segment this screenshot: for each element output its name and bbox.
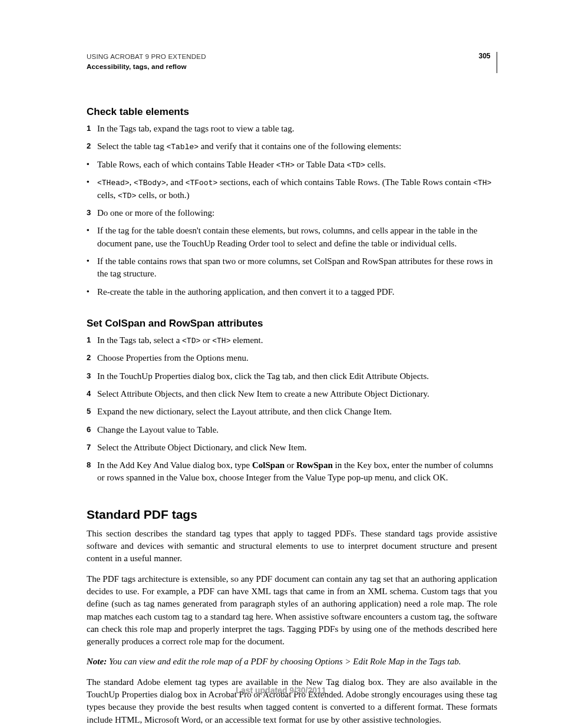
list-item: 1 In the Tags tab, select a <TD> or <TH>… (87, 334, 497, 347)
list-body: Expand the new dictionary, select the La… (97, 406, 497, 418)
list-item: 2 Select the table tag <Table> and verif… (87, 140, 497, 153)
list-item: • Table Rows, each of which contains Tab… (87, 159, 497, 171)
paragraph: The PDF tags architecture is extensible,… (87, 573, 497, 648)
list-item: 4 Select Attribute Objects, and then cli… (87, 388, 497, 400)
paragraph: This section describes the standard tag … (87, 528, 497, 565)
list-item: 7 Select the Attribute Object Dictionary… (87, 442, 497, 454)
doc-title: USING ACROBAT 9 PRO EXTENDED (87, 52, 206, 62)
list-bullet: • (87, 255, 97, 281)
code-tag: <TD> (347, 161, 365, 170)
bold-text: ColSpan (252, 460, 285, 470)
list-body: Select Attribute Objects, and then click… (97, 388, 497, 400)
list-number: 1 (87, 334, 97, 347)
list-bullet: • (87, 225, 97, 250)
list-body: Choose Properties from the Options menu. (97, 352, 497, 364)
page-number-rule (497, 52, 498, 73)
list-body: Select the Attribute Object Dictionary, … (97, 442, 497, 454)
list-item: 3 Do one or more of the following: (87, 207, 497, 219)
list-number: 8 (87, 459, 97, 485)
list-body: In the Tags tab, expand the tags root to… (97, 123, 497, 135)
paragraph: The standard Adobe element tag types are… (87, 676, 497, 726)
note-body: You can view and edit the role map of a … (107, 657, 461, 666)
list-body: Select the table tag <Table> and verify … (97, 140, 497, 153)
list-number: 1 (87, 123, 97, 135)
list-body: Change the Layout value to Table. (97, 424, 497, 436)
list-item: 8 In the Add Key And Value dialog box, t… (87, 459, 497, 485)
list-number: 6 (87, 424, 97, 436)
code-tag: <Table> (166, 143, 199, 151)
code-tag: <TH> (276, 161, 295, 170)
code-tag: <TBody> (134, 179, 166, 187)
list-item: • If the table contains rows that span t… (87, 255, 497, 281)
list-body: <THead>, <TBody>, and <TFoot> sections, … (97, 176, 497, 202)
list-number: 2 (87, 140, 97, 153)
list-item: • Re-create the table in the authoring a… (87, 286, 497, 298)
list-number: 7 (87, 442, 97, 454)
bold-text: RowSpan (296, 460, 333, 470)
list-colspan: 1 In the Tags tab, select a <TD> or <TH>… (87, 334, 497, 485)
list-body: Re-create the table in the authoring app… (97, 286, 497, 298)
list-body: In the TouchUp Properties dialog box, cl… (97, 370, 497, 383)
note: Note: You can view and edit the role map… (87, 655, 497, 668)
list-number: 3 (87, 207, 97, 219)
code-tag: <TH> (473, 179, 491, 187)
code-tag: <TFoot> (186, 179, 218, 187)
list-number: 2 (87, 352, 97, 364)
footer-updated: Last updated 9/30/2011 (0, 686, 562, 695)
list-bullet: • (87, 176, 97, 202)
page-header: USING ACROBAT 9 PRO EXTENDED Accessibili… (87, 52, 497, 73)
list-body: Table Rows, each of which contains Table… (97, 159, 497, 171)
heading-colspan: Set ColSpan and RowSpan attributes (87, 318, 497, 330)
code-tag: <THead> (97, 179, 130, 187)
list-item: 6 Change the Layout value to Table. (87, 424, 497, 436)
list-item: • If the tag for the table doesn't conta… (87, 225, 497, 250)
list-number: 5 (87, 406, 97, 418)
list-body: If the table contains rows that span two… (97, 255, 497, 281)
chapter-title: Accessibility, tags, and reflow (87, 62, 206, 72)
page: USING ACROBAT 9 PRO EXTENDED Accessibili… (0, 0, 562, 728)
code-tag: <TH> (212, 337, 230, 345)
header-left: USING ACROBAT 9 PRO EXTENDED Accessibili… (87, 52, 206, 71)
page-number: 305 (478, 52, 496, 73)
code-tag: <TD> (182, 337, 200, 345)
list-item: 2 Choose Properties from the Options men… (87, 352, 497, 364)
list-bullet: • (87, 286, 97, 298)
list-item: 1 In the Tags tab, expand the tags root … (87, 123, 497, 135)
list-item: 3 In the TouchUp Properties dialog box, … (87, 370, 497, 383)
code-tag: <TD> (118, 192, 136, 200)
list-number: 4 (87, 388, 97, 400)
list-item: • <THead>, <TBody>, and <TFoot> sections… (87, 176, 497, 202)
list-bullet: • (87, 159, 97, 171)
heading-check-table: Check table elements (87, 106, 497, 118)
list-number: 3 (87, 370, 97, 383)
list-item: 5 Expand the new dictionary, select the … (87, 406, 497, 418)
list-body: If the tag for the table doesn't contain… (97, 225, 497, 250)
list-body: In the Add Key And Value dialog box, typ… (97, 459, 497, 485)
page-number-block: 305 (478, 52, 497, 73)
list-check-table: 1 In the Tags tab, expand the tags root … (87, 123, 497, 298)
heading-standard: Standard PDF tags (87, 508, 497, 522)
list-body: In the Tags tab, select a <TD> or <TH> e… (97, 334, 497, 347)
list-body: Do one or more of the following: (97, 207, 497, 219)
note-label: Note: (87, 657, 107, 666)
